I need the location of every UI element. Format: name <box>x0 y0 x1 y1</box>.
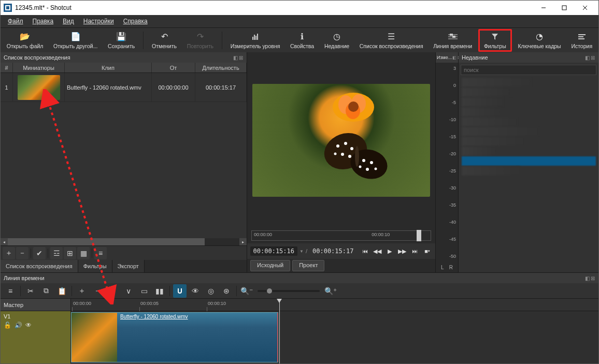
panel-close-icon[interactable]: ⊠ <box>590 55 595 61</box>
recent-item[interactable] <box>462 137 525 146</box>
timeline-ruler[interactable]: 00:00:00 00:00:05 00:00:10 <box>71 299 598 311</box>
stop-button[interactable]: ■▾ <box>422 246 432 256</box>
recent-item[interactable] <box>462 147 497 156</box>
track-v1-lane[interactable]: Butterfly - 12060 rotated.wmv <box>71 311 598 363</box>
playlist-menu-button[interactable]: ≡ <box>94 247 107 259</box>
close-button[interactable] <box>575 1 595 15</box>
keyframes-button[interactable]: ◔Ключевые кадры <box>514 29 565 52</box>
tab-source[interactable]: Исходный <box>250 260 290 271</box>
tl-ripple-all-button[interactable]: ⊛ <box>220 284 233 298</box>
tl-zoom-out-button[interactable]: 🔍⁻ <box>240 284 253 298</box>
filters-button[interactable]: Фильтры <box>478 29 512 52</box>
tab-export[interactable]: Экспорт <box>112 260 145 272</box>
open-file-button[interactable]: 📂Открыть файл <box>3 29 47 52</box>
tab-playlist[interactable]: Список воспроизведения <box>1 260 78 272</box>
scroll-left-icon[interactable]: ◂ <box>1 238 8 245</box>
skip-end-button[interactable]: ⏭ <box>409 246 420 256</box>
recent-item[interactable] <box>462 97 504 107</box>
scroll-right-icon[interactable]: ▸ <box>239 238 247 245</box>
tl-overwrite-button[interactable]: ▭ <box>137 284 151 298</box>
menu-view[interactable]: Вид <box>59 16 78 27</box>
panel-undock-icon[interactable]: ◧ <box>452 55 457 60</box>
playlist-add-button[interactable]: ＋ <box>3 247 15 259</box>
redo-button[interactable]: ↷Повторить <box>183 29 218 52</box>
tab-project[interactable]: Проект <box>292 260 324 271</box>
recent-search-input[interactable] <box>461 65 596 75</box>
tl-lift-button[interactable]: ∧ <box>106 284 120 298</box>
col-thumb[interactable]: Миниатюры <box>13 63 65 72</box>
recent-item[interactable] <box>462 156 596 166</box>
tl-zoom-in-button[interactable]: 🔍⁺ <box>324 284 337 298</box>
playlist-view-details-button[interactable]: ☲ <box>50 247 63 259</box>
peak-meter-button[interactable]: Измеритель уровня <box>226 29 284 52</box>
panel-undock-icon[interactable]: ◧ <box>233 55 238 61</box>
panel-close-icon[interactable]: ⊠ <box>238 55 244 61</box>
panel-undock-icon[interactable]: ◧ <box>584 55 590 61</box>
panel-close-icon[interactable]: ⊠ <box>590 275 595 281</box>
tab-filters[interactable]: Фильтры <box>78 260 112 272</box>
recent-list[interactable] <box>459 77 598 272</box>
playlist-update-button[interactable]: ✔ <box>33 247 46 259</box>
tl-insert-button[interactable]: ∨ <box>122 284 135 298</box>
tl-cut-button[interactable]: ✂ <box>24 284 37 298</box>
scrub-track[interactable]: 00:00:00 00:00:10 <box>251 230 431 241</box>
playlist-view-tiles-button[interactable]: ⊞ <box>64 247 76 259</box>
col-num[interactable]: # <box>1 63 13 72</box>
playlist-row[interactable]: 1 Butterfly - 12060 rotated.wmv 00:00:00… <box>1 73 247 102</box>
recent-item[interactable] <box>462 88 511 97</box>
menu-edit[interactable]: Правка <box>28 16 58 27</box>
properties-button[interactable]: ℹСвойства <box>286 29 318 52</box>
playlist-body[interactable]: 1 Butterfly - 12060 rotated.wmv 00:00:00… <box>1 73 247 238</box>
tl-scrub-button[interactable]: 👁 <box>189 284 202 298</box>
timeline-clip[interactable]: Butterfly - 12060 rotated.wmv <box>71 312 278 362</box>
preview-viewport[interactable] <box>247 52 435 228</box>
col-in[interactable]: От <box>152 63 195 72</box>
playlist-scrollbar[interactable]: ◂ ▸ <box>1 238 247 245</box>
col-clip[interactable]: Клип <box>65 63 152 72</box>
mute-icon[interactable]: 🔊 <box>15 322 22 329</box>
tl-split-button[interactable]: ▮▮ <box>153 284 166 298</box>
tl-copy-button[interactable]: ⧉ <box>39 284 53 298</box>
menu-settings[interactable]: Настройки <box>79 16 118 27</box>
timecode-current[interactable]: 00:00:15:16 <box>250 246 297 256</box>
recent-item[interactable] <box>462 78 532 87</box>
recent-item[interactable] <box>462 127 539 136</box>
rewind-button[interactable]: ◀◀ <box>372 246 382 256</box>
maximize-button[interactable] <box>554 1 575 15</box>
open-other-button[interactable]: 📄Открыть другой... <box>49 29 102 52</box>
hide-icon[interactable]: 👁 <box>25 322 32 329</box>
timeline-tracks[interactable]: 00:00:00 00:00:05 00:00:10 Butterfly - 1… <box>71 299 598 363</box>
playlist-button[interactable]: ☰Список воспроизведения <box>355 29 427 52</box>
menu-file[interactable]: Файл <box>4 16 27 27</box>
undo-button[interactable]: ↶Отменить <box>148 29 181 52</box>
recent-item[interactable] <box>462 117 518 126</box>
timeline-button[interactable]: Линия времени <box>429 29 476 52</box>
tl-snap-button[interactable] <box>173 284 187 298</box>
playhead[interactable] <box>279 299 280 363</box>
col-duration[interactable]: Длительность <box>195 63 247 72</box>
tl-menu-button[interactable]: ≡ <box>4 284 17 298</box>
tl-append-button[interactable]: ＋ <box>75 284 89 298</box>
track-v1-header[interactable]: V1 🔓 🔊 👁 <box>1 311 70 363</box>
scrub-bar[interactable]: 00:00:00 00:00:10 <box>247 228 435 243</box>
scrub-handle[interactable] <box>417 230 421 241</box>
save-button[interactable]: 💾Сохранить <box>104 29 139 52</box>
history-button[interactable]: История <box>567 29 596 52</box>
tl-zoom-slider[interactable] <box>258 290 320 292</box>
recent-button[interactable]: ◷Недавние <box>320 29 353 52</box>
panel-undock-icon[interactable]: ◧ <box>584 275 590 281</box>
skip-start-button[interactable]: ⏮ <box>360 246 370 256</box>
playlist-remove-button[interactable]: － <box>16 247 28 259</box>
recent-item[interactable] <box>462 166 520 176</box>
recent-item[interactable] <box>462 107 501 117</box>
play-button[interactable]: ▶ <box>384 246 395 256</box>
menu-help[interactable]: Справка <box>119 16 152 27</box>
tl-paste-button[interactable]: 📋 <box>55 284 68 298</box>
forward-button[interactable]: ▶▶ <box>397 246 407 256</box>
playlist-view-icons-button[interactable]: ▦ <box>77 247 90 259</box>
lock-icon[interactable]: 🔓 <box>4 322 11 329</box>
tc-dropdown-icon[interactable]: ▼ <box>300 249 304 254</box>
tl-remove-button[interactable]: － <box>91 284 104 298</box>
minimize-button[interactable] <box>533 1 554 15</box>
master-track-header[interactable]: Мастер <box>1 299 70 311</box>
